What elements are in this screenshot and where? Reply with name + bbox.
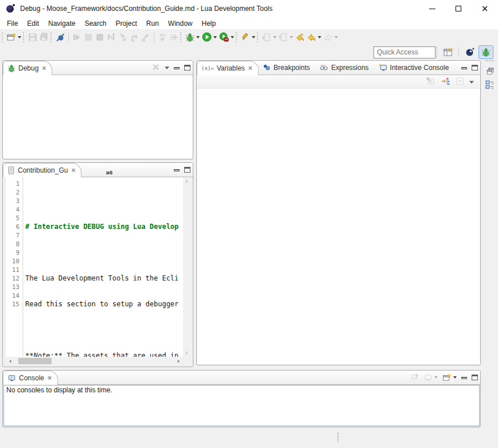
scroll-down-icon[interactable]: ∨ (185, 350, 189, 356)
new-wizard-dropdown[interactable] (18, 36, 21, 38)
editor-text-area[interactable]: # Interactive DEBUG using Lua Develop Th… (24, 177, 183, 357)
minimize-window-button[interactable] (419, 0, 445, 17)
svg-text:x+y: x+y (321, 64, 325, 67)
show-details-icon: K (426, 77, 435, 85)
back-button[interactable] (306, 30, 322, 44)
tab-expressions-label: Expressions (331, 64, 368, 72)
next-annotation-button (261, 30, 278, 44)
resume-button (71, 30, 83, 44)
interactive-console-icon (379, 64, 387, 72)
tab-expressions[interactable]: x+y Expressions (316, 60, 374, 75)
debug-view-maximize-button[interactable] (184, 65, 190, 71)
debug-perspective-button[interactable] (478, 45, 493, 59)
menu-file[interactable]: File (2, 18, 22, 29)
quick-access-input[interactable] (374, 46, 435, 59)
tab-contribution-guide[interactable]: Contribution_Gu × (3, 163, 81, 177)
open-console-button[interactable] (442, 373, 457, 382)
debug-button[interactable] (184, 30, 201, 44)
console-minimize-button[interactable] (461, 377, 467, 379)
tab-variables-close-icon[interactable]: × (248, 64, 252, 72)
ldt-window: { "window": { "title": "Debug - Moose_Fr… (0, 0, 498, 448)
menu-navigate[interactable]: Navigate (44, 18, 80, 29)
tab-interactive-console-label: Interactive Console (390, 64, 449, 72)
menu-help[interactable]: Help (197, 18, 221, 29)
editor-line-number-ruler: 123456789101112131415 (6, 177, 23, 357)
toolbar-grip (50, 32, 53, 42)
back-dropdown[interactable] (318, 36, 321, 38)
editor-minimize-button[interactable] (174, 169, 180, 172)
tab-console-close-icon[interactable]: × (48, 374, 52, 382)
menu-edit[interactable]: Edit (22, 18, 44, 29)
toolbar-separator (154, 32, 154, 42)
new-wizard-button[interactable] (6, 30, 22, 44)
toolbar-separator (68, 32, 69, 42)
outline-view-button[interactable] (484, 79, 496, 91)
terminate-button (94, 30, 106, 44)
editor-vertical-scrollbar[interactable]: ∧ ∨ (183, 177, 192, 357)
tab-breakpoints[interactable]: Breakpoints (259, 60, 316, 75)
restore-view-button[interactable] (484, 65, 496, 77)
last-edit-location-icon (295, 33, 305, 42)
run-coverage-dropdown[interactable] (231, 36, 234, 38)
debug-view-menu-button[interactable] (165, 67, 169, 69)
close-window-button[interactable]: × (472, 0, 498, 17)
svg-text:K: K (429, 79, 432, 83)
scroll-left-icon[interactable]: ‹ (9, 357, 12, 365)
toolbar-grip (236, 32, 238, 42)
display-selected-console-button (424, 373, 438, 381)
show-logical-structure-icon (441, 77, 450, 85)
step-return-icon (141, 33, 150, 42)
maximize-window-button[interactable] (445, 0, 472, 17)
external-tools-dropdown[interactable] (252, 36, 255, 38)
show-logical-structure-button[interactable] (441, 77, 450, 87)
run-button[interactable] (201, 30, 218, 44)
tab-console[interactable]: Console × (3, 371, 58, 385)
console-maximize-button[interactable] (472, 375, 478, 380)
variables-content[interactable] (197, 89, 480, 364)
console-content[interactable]: No consoles to display at this time. (3, 385, 480, 426)
run-dropdown[interactable] (213, 36, 217, 38)
variables-maximize-button[interactable] (472, 65, 478, 71)
menu-bar: File Edit Navigate Search Project Run Wi… (0, 17, 498, 29)
hidden-editors-chevron[interactable]: »5 (106, 169, 112, 177)
last-edit-location-button[interactable] (294, 30, 306, 44)
toolbar-grip (23, 32, 25, 42)
scroll-right-icon[interactable]: › (177, 357, 180, 365)
debug-view-minimize-button[interactable] (174, 67, 180, 69)
menu-window[interactable]: Window (164, 18, 197, 29)
menu-run[interactable]: Run (142, 18, 164, 29)
tab-debug-close-icon[interactable]: × (42, 64, 46, 72)
debug-view-content[interactable] (3, 75, 192, 158)
variables-view-menu-button[interactable] (469, 81, 474, 84)
tab-debug[interactable]: Debug × (3, 61, 52, 75)
debug-dropdown[interactable] (196, 36, 200, 38)
tab-variables[interactable]: (x)= Variables × (197, 61, 259, 75)
editor-horizontal-scrollbar[interactable]: ‹ › (6, 357, 183, 365)
app-icon (6, 4, 15, 14)
console-panel: Console × No consoles to display at this… (2, 370, 481, 427)
skip-all-breakpoints-button[interactable] (55, 30, 66, 44)
display-console-icon (424, 373, 433, 381)
scroll-up-icon[interactable]: ∧ (185, 178, 189, 184)
terminate-icon (95, 33, 104, 42)
open-console-dropdown[interactable] (453, 376, 457, 379)
line-text: The assets that are used in (63, 352, 178, 357)
editor-maximize-button[interactable] (184, 167, 190, 173)
toolbar-separator (458, 47, 459, 57)
external-tools-button[interactable] (240, 30, 256, 44)
debug-perspective-icon (481, 48, 491, 57)
horizontal-scroll-thumb[interactable] (18, 358, 52, 364)
pin-console-button (411, 373, 419, 383)
debug-view-icon (7, 64, 15, 72)
tab-interactive-console[interactable]: Interactive Console (375, 60, 455, 75)
minimized-view-bar (483, 59, 497, 369)
tab-contribution-guide-close-icon[interactable]: × (71, 166, 75, 174)
run-coverage-button[interactable] (218, 30, 235, 44)
lua-perspective-button[interactable] (462, 45, 477, 59)
toolbar-grip (180, 32, 182, 42)
variables-minimize-button[interactable] (461, 67, 467, 69)
menu-search[interactable]: Search (80, 18, 111, 29)
menu-project[interactable]: Project (111, 18, 141, 29)
open-perspective-button[interactable] (441, 45, 456, 59)
close-icon: × (481, 5, 489, 13)
